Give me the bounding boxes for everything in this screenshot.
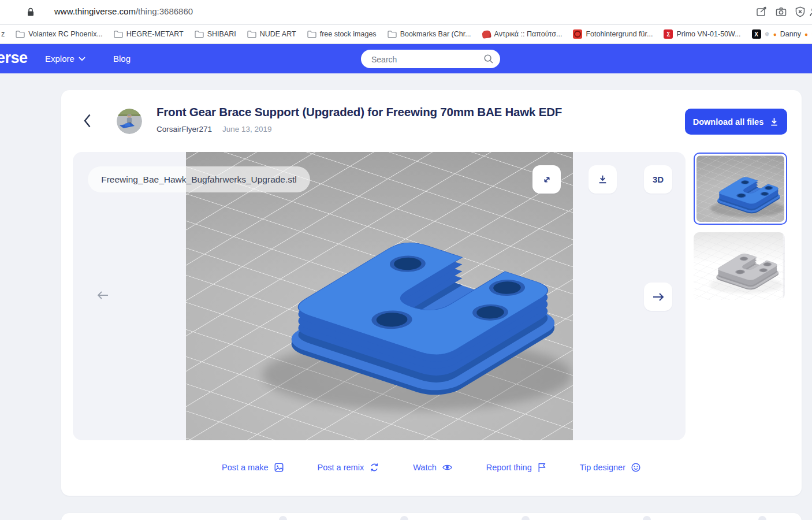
- author-link[interactable]: CorsairFlyer271: [157, 125, 212, 133]
- watch-link[interactable]: Watch: [413, 462, 453, 473]
- bookmark-volantex[interactable]: Volantex RC Phoenix...: [16, 30, 103, 38]
- thumbnail-selected[interactable]: [694, 153, 787, 225]
- bookmark-partial[interactable]: z: [1, 30, 5, 38]
- red-shoe-icon: [482, 30, 491, 39]
- folder-icon: [16, 30, 25, 38]
- eye-icon: [442, 463, 453, 472]
- stat-icon-placeholder: [758, 516, 766, 520]
- arrow-left-icon: [96, 289, 110, 301]
- stat-icon-placeholder: [522, 516, 530, 520]
- model-viewer[interactable]: Freewing_Bae_Hawk_Bugfahrwerks_Upgrade.s…: [73, 152, 686, 440]
- publish-date: June 13, 2019: [222, 125, 272, 133]
- back-button[interactable]: [83, 113, 97, 129]
- folder-icon: [195, 30, 204, 38]
- arrow-right-icon: [651, 291, 665, 303]
- folder-icon: [307, 30, 316, 38]
- image-icon: [274, 462, 284, 473]
- report-thing-link[interactable]: Report thing: [486, 462, 546, 473]
- model-render-image: [186, 152, 573, 440]
- folder-icon: [247, 30, 256, 38]
- thing-action-bar: Post a make Post a remix Watch Report th…: [61, 462, 802, 473]
- remix-icon: [369, 462, 379, 473]
- sigma-icon: Σ: [664, 29, 673, 39]
- folder-icon: [114, 30, 123, 38]
- fullscreen-button[interactable]: [532, 165, 561, 194]
- bookmark-bookmarks-bar[interactable]: Bookmarks Bar (Chr...: [388, 30, 471, 38]
- stat-icon-placeholder: [279, 516, 287, 520]
- view-3d-button[interactable]: 3D: [644, 165, 672, 194]
- site-header: erse Explore Blog: [0, 44, 812, 73]
- avatar-image: [117, 109, 142, 134]
- search-input[interactable]: [370, 50, 479, 69]
- browser-address-bar: www.thingiverse.com/thing:3686860: [0, 0, 812, 25]
- search-icon[interactable]: [483, 54, 494, 64]
- flag-icon: [537, 462, 546, 473]
- orange-dot-glyph: ●: [804, 31, 808, 38]
- bookmark-fotohintergrund[interactable]: Fotohintergrund für...: [573, 29, 653, 39]
- bookmark-primo[interactable]: Σ Primo VN-01-50W...: [664, 29, 740, 39]
- url-text[interactable]: www.thingiverse.com/thing:3686860: [54, 6, 193, 16]
- bookmark-nude-art[interactable]: NUDE ART: [247, 30, 296, 38]
- orange-dot-glyph: ●: [773, 31, 777, 38]
- thingiverse-logo[interactable]: erse: [0, 49, 28, 67]
- url-path: /thing:3686860: [136, 6, 193, 16]
- stat-icon-placeholder: [643, 516, 651, 520]
- post-a-remix-link[interactable]: Post a remix: [318, 462, 380, 473]
- tip-designer-link[interactable]: Tip designer: [580, 462, 641, 473]
- download-file-button[interactable]: [588, 165, 617, 194]
- red-square-icon: [573, 29, 582, 39]
- avatar[interactable]: [117, 109, 142, 134]
- bookmark-free-stock[interactable]: free stock images: [307, 30, 377, 38]
- lock-icon[interactable]: [27, 7, 35, 20]
- nav-blog[interactable]: Blog: [113, 54, 131, 64]
- download-all-files-button[interactable]: Download all files: [685, 109, 787, 135]
- page-title: Front Gear Brace Support (Upgraded) for …: [157, 105, 562, 119]
- bookmark-shibari[interactable]: SHIBARI: [195, 30, 236, 38]
- post-a-make-link[interactable]: Post a make: [222, 462, 284, 473]
- bookmark-danny[interactable]: X ❄ ● Danny ● ❄ σ...: [752, 29, 812, 39]
- chevron-down-icon: [79, 57, 85, 61]
- next-image-button[interactable]: [644, 283, 672, 311]
- bookmark-antrika[interactable]: Αντρικά :: Παπούτσ...: [482, 30, 563, 38]
- back-chevron-icon: [83, 113, 92, 128]
- download-icon: [769, 117, 779, 127]
- smiley-icon: [631, 462, 641, 473]
- search-box: [361, 50, 500, 68]
- stat-icon-placeholder: [400, 516, 408, 520]
- thumbnail-image: [696, 155, 784, 222]
- shield-block-icon[interactable]: [794, 6, 807, 18]
- x-icon: X: [752, 29, 761, 39]
- download-icon: [597, 174, 608, 185]
- expand-icon: [541, 173, 553, 186]
- bookmark-hegre[interactable]: HEGRE-METART: [114, 30, 184, 38]
- snowflake-glyph: ❄: [765, 31, 770, 38]
- account-partial-icon[interactable]: [808, 6, 812, 18]
- thumbnail-stl-gray[interactable]: [694, 232, 785, 300]
- url-domain: www.thingiverse.com: [54, 6, 136, 16]
- folder-icon: [388, 30, 397, 38]
- share-edit-icon[interactable]: [755, 6, 768, 18]
- thing-meta: CorsairFlyer271 June 13, 2019: [157, 125, 272, 133]
- nav-explore[interactable]: Explore: [45, 54, 85, 64]
- thing-card: Front Gear Brace Support (Upgraded) for …: [61, 90, 802, 496]
- camera-icon[interactable]: [775, 6, 788, 18]
- thumbnail-image: [694, 232, 785, 300]
- filename-pill: Freewing_Bae_Hawk_Bugfahrwerks_Upgrade.s…: [88, 166, 310, 192]
- bookmarks-bar: z Volantex RC Phoenix... HEGRE-METART SH…: [0, 25, 812, 44]
- previous-image-arrow[interactable]: [96, 289, 111, 304]
- stats-card-peek: [61, 513, 802, 520]
